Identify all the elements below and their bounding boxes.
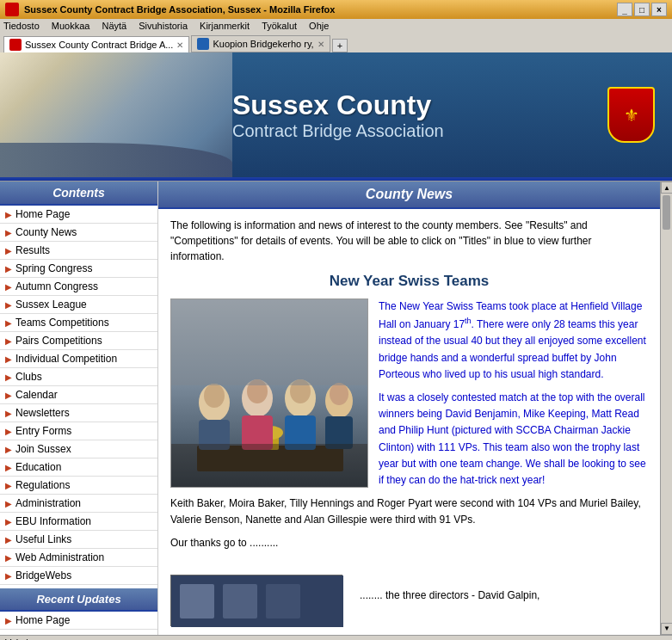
sidebar-recent-home-page[interactable]: ▶ Home Page: [0, 612, 157, 630]
article-photo: [170, 298, 368, 488]
scrollbar-thumb[interactable]: [663, 195, 670, 230]
sidebar-item-ebu-information[interactable]: ▶ EBU Information: [0, 513, 157, 531]
svg-rect-19: [180, 584, 214, 618]
sidebar-label: Pairs Competitions: [15, 335, 102, 347]
arrow-icon: ▶: [5, 391, 12, 400]
sidebar-item-pairs-competitions[interactable]: ▶ Pairs Competitions: [0, 332, 157, 350]
arrow-icon: ▶: [5, 535, 12, 545]
sidebar-item-teams-competitions[interactable]: ▶ Teams Competitions: [0, 314, 157, 332]
menu-tiedosto[interactable]: Tiedosto: [3, 21, 40, 31]
sidebar-item-join-sussex[interactable]: ▶ Join Sussex: [0, 440, 157, 458]
menu-sivuhistoria[interactable]: Sivuhistoria: [139, 21, 188, 31]
menu-kirjanmerkit[interactable]: Kirjanmerkit: [200, 21, 250, 31]
arrow-icon: ▶: [5, 463, 12, 472]
menu-muokkaa[interactable]: Muokkaa: [52, 21, 90, 31]
sidebar-label: Administration: [15, 497, 81, 509]
content-header: County News: [158, 182, 660, 209]
scroll-up-button[interactable]: ▲: [661, 182, 672, 194]
arrow-icon: ▶: [5, 372, 12, 382]
browser-icon: [5, 3, 19, 16]
tab2-favicon: [197, 38, 209, 50]
arrow-icon: ▶: [5, 553, 12, 563]
svg-rect-21: [266, 584, 300, 618]
menu-tyokalut[interactable]: Työkalut: [262, 21, 297, 31]
sidebar-label: Education: [15, 461, 61, 473]
tab-bar: Sussex County Contract Bridge A... ✕ Kuo…: [0, 33, 672, 52]
svg-rect-16: [171, 299, 367, 385]
window-controls: _ □ ×: [617, 3, 667, 16]
arrow-icon: ▶: [5, 282, 12, 292]
status-text: Valmis: [5, 637, 33, 640]
menu-nayta[interactable]: Näytä: [102, 21, 126, 31]
arrow-icon: ▶: [5, 571, 12, 581]
para4-text: Our thanks go to ..........: [170, 537, 278, 549]
svg-rect-1: [197, 446, 343, 471]
tab2-close[interactable]: ✕: [318, 40, 324, 49]
sidebar-item-administration[interactable]: ▶ Administration: [0, 495, 157, 513]
sidebar-item-bridgewebs[interactable]: ▶ BridgeWebs: [0, 567, 157, 585]
sidebar-label: County News: [15, 226, 77, 238]
sidebar-recent-label: Home Page: [15, 614, 70, 626]
shield-crest-icon: ⚜: [607, 87, 655, 143]
arrow-icon: ▶: [5, 427, 12, 436]
close-button[interactable]: ×: [651, 3, 667, 16]
arrow-icon: ▶: [5, 228, 12, 237]
sidebar-item-regulations[interactable]: ▶ Regulations: [0, 477, 157, 495]
sidebar-label: Calendar: [15, 389, 58, 401]
article-para4: Our thanks go to ..........: [170, 535, 648, 551]
site-title-sub: Contract Bridge Association: [232, 121, 607, 141]
sidebar-item-results[interactable]: ▶ Results: [0, 242, 157, 260]
sidebar-item-home-page[interactable]: ▶ Home Page: [0, 206, 157, 224]
arrow-icon: ▶: [5, 517, 12, 526]
sidebar-label: Individual Competition: [15, 353, 117, 365]
sidebar-item-sussex-league[interactable]: ▶ Sussex League: [0, 296, 157, 314]
sidebar-label: Entry Forms: [15, 425, 71, 437]
article-para3: Keith Baker, Moira Baker, Tilly Hennings…: [170, 495, 648, 528]
arrow-icon: ▶: [5, 246, 12, 255]
sidebar-item-individual-competition[interactable]: ▶ Individual Competition: [0, 350, 157, 368]
sidebar-item-spring-congress[interactable]: ▶ Spring Congress: [0, 260, 157, 278]
svg-rect-11: [285, 415, 316, 450]
header-text: Sussex County Contract Bridge Associatio…: [232, 87, 672, 143]
browser-title: Sussex County Contract Bridge Associatio…: [24, 4, 335, 15]
intro-text-content: The following is information and news of…: [170, 219, 592, 262]
para2-text: It was a closely contested match at the …: [379, 391, 646, 486]
sidebar-item-education[interactable]: ▶ Education: [0, 458, 157, 477]
sidebar-label: Web Administration: [15, 551, 104, 563]
sidebar-item-useful-links[interactable]: ▶ Useful Links: [0, 531, 157, 549]
tab-1[interactable]: Sussex County Contract Bridge A... ✕: [3, 36, 189, 52]
new-tab-button[interactable]: +: [332, 39, 348, 52]
outer-wrapper: Contents ▶ Home Page ▶ County News ▶ Res…: [0, 181, 672, 635]
sidebar-label: Useful Links: [15, 533, 71, 545]
header-cliff-image: [0, 52, 232, 177]
sidebar-item-county-news[interactable]: ▶ County News: [0, 224, 157, 242]
sidebar-item-newsletters[interactable]: ▶ Newsletters: [0, 404, 157, 422]
maximize-button[interactable]: □: [634, 3, 650, 16]
site-title-main: Sussex County: [232, 89, 607, 121]
sidebar-item-entry-forms[interactable]: ▶ Entry Forms: [0, 422, 157, 440]
svg-point-6: [204, 384, 225, 408]
tab-2[interactable]: Kuopion Bridgekerho ry, ✕: [191, 35, 330, 52]
scroll-down-button[interactable]: ▼: [661, 623, 672, 635]
tab1-close[interactable]: ✕: [176, 40, 183, 50]
arrow-icon: ▶: [5, 481, 12, 490]
menu-ohje[interactable]: Ohje: [309, 21, 329, 31]
scrollbar-area[interactable]: [661, 194, 672, 623]
sidebar-item-calendar[interactable]: ▶ Calendar: [0, 386, 157, 404]
arrow-icon: ▶: [5, 210, 12, 219]
arrow-icon: ▶: [5, 264, 12, 274]
arrow-icon: ▶: [5, 354, 12, 364]
arrow-icon: ▶: [5, 409, 12, 418]
article-title: New Year Swiss Teams: [170, 273, 648, 290]
inner-content-wrapper: Contents ▶ Home Page ▶ County News ▶ Res…: [0, 182, 660, 635]
sidebar-item-autumn-congress[interactable]: ▶ Autumn Congress: [0, 278, 157, 296]
sidebar-label: Results: [15, 244, 50, 256]
bottom-section: ........ the three directors - David Gal…: [170, 566, 648, 626]
sidebar-item-web-administration[interactable]: ▶ Web Administration: [0, 549, 157, 567]
sidebar-item-clubs[interactable]: ▶ Clubs: [0, 368, 157, 386]
sidebar-label: Clubs: [15, 371, 42, 383]
browser-title-bar: Sussex County Contract Bridge Associatio…: [0, 0, 672, 19]
arrow-icon: ▶: [5, 300, 12, 310]
minimize-button[interactable]: _: [617, 3, 632, 16]
para3-text: Keith Baker, Moira Baker, Tilly Hennings…: [170, 497, 641, 526]
